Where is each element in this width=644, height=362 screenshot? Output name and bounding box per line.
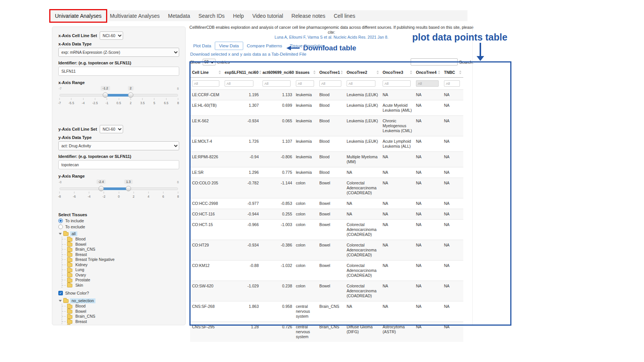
col-header-oncotree4[interactable]: OncoTree4 — [414, 67, 442, 78]
cell-cell-line: LE:SR — [190, 167, 223, 178]
citation-link[interactable]: Luna A, Elloumi F, Varma S et al. Nuclei… — [189, 35, 474, 40]
filter-input-cell-line[interactable] — [192, 80, 219, 87]
x-range-track[interactable] — [59, 94, 178, 97]
tissue-tree-item-breast-triple-negative[interactable]: Breast Triple Negative — [62, 257, 179, 262]
table-row[interactable]: CO:KM12-0.88-1.032colonBowelColorectal A… — [190, 261, 463, 281]
color-tree-item-brain-cns[interactable]: Brain_CNS — [62, 314, 179, 319]
y-range-handle-low[interactable] — [98, 186, 104, 191]
col-header-cell-line[interactable]: Cell Line — [190, 67, 223, 78]
y-cell-line-set-select[interactable]: NCI-60 — [100, 125, 123, 133]
nav-item-video-tutorial[interactable]: Video tutorial — [248, 11, 287, 21]
color-tree-item-bowel[interactable]: Bowel — [62, 309, 179, 314]
sort-icon[interactable] — [341, 70, 343, 74]
nav-item-univariate-analyses[interactable]: Univariate Analyses — [51, 11, 106, 21]
nav-item-multivariate-analyses[interactable]: Multivariate Analyses — [106, 11, 164, 21]
table-row[interactable]: CNS:SF-2951.280.726central nervous syste… — [190, 322, 463, 342]
y-range-handle-high[interactable] — [126, 186, 131, 191]
col-header-oncotree3[interactable]: OncoTree3 — [381, 67, 414, 78]
color-tree-item-breast-triple-negative[interactable]: Breast Triple Negative — [62, 324, 179, 325]
tab-plot-data[interactable]: Plot Data — [189, 42, 215, 50]
filter-input-expslfn11-nci60[interactable] — [225, 80, 253, 87]
nav-item-release-notes[interactable]: Release notes — [287, 11, 330, 21]
nav-item-cell-lines[interactable]: Cell lines — [330, 11, 360, 21]
sort-icon[interactable] — [313, 70, 316, 74]
color-tree-item-breast[interactable]: Breast — [62, 319, 179, 325]
tissue-tree-item-prostate[interactable]: Prostate — [62, 278, 179, 283]
tree-caret-icon[interactable] — [59, 233, 62, 235]
tissue-include-radio[interactable]: To include — [58, 218, 179, 223]
x-range-handle-low[interactable] — [103, 92, 108, 98]
filter-input-act609699-nci60[interactable] — [263, 80, 291, 87]
color-tree-root-label[interactable]: no_selection — [70, 298, 95, 303]
entries-select[interactable]: 50 — [203, 59, 216, 66]
table-row[interactable]: CO:HCT-15-0.966-1.003colonBowelColorecta… — [190, 220, 463, 240]
y-data-type-select[interactable]: act: Drug Activity — [58, 141, 179, 150]
cell-oncotree1: Bowel — [317, 198, 345, 209]
sort-icon[interactable] — [438, 70, 440, 74]
tissue-tree-item-lung[interactable]: Lung — [62, 267, 179, 273]
col-header-act609699-nci60[interactable]: act609699_nci60 — [261, 67, 294, 78]
y-range-tick-labels: -8-6-4-202468 — [59, 195, 178, 199]
search-input[interactable] — [411, 58, 458, 66]
tissue-tree-item-breast[interactable]: Breast — [62, 252, 179, 257]
tissue-exclude-radio[interactable]: To exclude — [58, 225, 179, 229]
y-range-track[interactable] — [59, 187, 178, 190]
tab-tissue-correlation[interactable]: Tissue Correlation — [286, 42, 329, 50]
table-row[interactable]: CO:HCC-2998-0.977-0.853colonBowelNANANAN… — [190, 198, 463, 209]
nav-item-metadata[interactable]: Metadata — [164, 11, 194, 21]
y-identifier-input[interactable] — [58, 160, 179, 169]
col-header-oncotree2[interactable]: OncoTree2 — [345, 67, 381, 78]
tree-caret-icon[interactable] — [59, 300, 62, 302]
download-link[interactable]: Download selected x and y axis data as a… — [190, 52, 306, 56]
sort-icon[interactable] — [459, 70, 461, 74]
nav-item-help[interactable]: Help — [229, 11, 248, 21]
table-row[interactable]: CO:HT29-0.934-0.386colonBowelColorectal … — [190, 240, 463, 261]
tab-view-data[interactable]: View Data — [215, 42, 243, 50]
filter-input-oncotree2[interactable] — [347, 80, 375, 87]
tissue-tree-item-blood[interactable]: Blood — [62, 237, 179, 242]
filter-input-tissues[interactable] — [296, 80, 314, 87]
table-row[interactable]: CO:COLO 205-0.782-1.144colonBowelColorec… — [190, 178, 463, 198]
table-row[interactable]: LE:MOLT-41.7261.107leukemiaBloodLeukemia… — [190, 136, 463, 152]
col-header-tissues[interactable]: tissues — [294, 67, 317, 78]
y-range-slider[interactable]: -88-2.41.3-8-6-4-202468 — [59, 185, 178, 201]
tissue-tree-root-label[interactable]: all — [70, 231, 77, 236]
col-header-oncotree1[interactable]: OncoTree1 — [317, 67, 345, 78]
sort-icon[interactable] — [219, 70, 221, 74]
x-data-type-select[interactable]: exp: mRNA Expression (Z-Score) — [58, 48, 179, 57]
filter-input-oncotree4[interactable] — [416, 80, 439, 87]
filter-input-oncotree3[interactable] — [383, 80, 411, 87]
table-row[interactable]: CNS:SF-2681.8630.958central nervous syst… — [190, 301, 463, 322]
table-row[interactable]: CO:HCT-116-0.9440.255colonBowelNANANANA — [190, 209, 463, 220]
table-row[interactable]: LE:K-562-0.9340.065leukemiaBloodLeukemia… — [190, 116, 463, 136]
color-tree-item-blood[interactable]: Blood — [62, 304, 179, 309]
filter-input-tnbc[interactable] — [444, 80, 460, 87]
table-row[interactable]: CO:SW-620-1.0290.238colonBowelColorectal… — [190, 281, 463, 301]
tab-compare-patterns[interactable]: Compare Patterns — [243, 42, 286, 50]
tissue-tree-item-bowel[interactable]: Bowel — [62, 242, 179, 247]
tissue-tree-root[interactable]: all — [59, 231, 179, 237]
cell-oncotree3: NA — [381, 198, 414, 209]
tissue-tree-item-brain-cns[interactable]: Brain_CNS — [62, 247, 179, 252]
color-tree-root[interactable]: no_selection — [59, 298, 179, 304]
col-header-label: TNBC — [444, 70, 455, 75]
col-header-expslfn11-nci60[interactable]: expSLFN11_nci60 — [223, 67, 261, 78]
x-range-handle-high[interactable] — [128, 92, 133, 98]
filter-input-oncotree1[interactable] — [319, 80, 341, 87]
sort-icon[interactable] — [410, 70, 412, 74]
show-color-checkbox[interactable]: ✓ Show Color? — [58, 291, 179, 295]
tissue-tree-item-kidney[interactable]: Kidney — [62, 262, 179, 268]
table-row[interactable]: LE:HL-60(TB)1.3070.699leukemiaBloodLeuke… — [190, 100, 463, 116]
x-identifier-input[interactable] — [58, 67, 179, 76]
x-cell-line-set-select[interactable]: NCI-60 — [100, 31, 123, 40]
tissue-tree-item-ovary[interactable]: Ovary — [62, 273, 179, 278]
table-row[interactable]: LE:RPMI-8226-0.94-0.806leukemiaBloodMult… — [190, 152, 463, 167]
col-header-tnbc[interactable]: TNBC — [442, 67, 463, 78]
sort-icon[interactable] — [377, 70, 379, 74]
table-row[interactable]: LE:CCRF-CEM1.1951.133leukemiaBloodLeukem… — [190, 90, 463, 100]
table-row[interactable]: LE:SR1.2960.775leukemiaBloodNANANANA — [190, 167, 463, 178]
nav-item-search-ids[interactable]: Search IDs — [194, 11, 229, 21]
x-range-slider[interactable]: -78-1.22-7-5.5-4-2.5-10.523.556.58 — [59, 92, 178, 108]
tissue-tree-item-skin[interactable]: Skin — [62, 283, 179, 288]
sort-icon[interactable] — [259, 70, 261, 74]
